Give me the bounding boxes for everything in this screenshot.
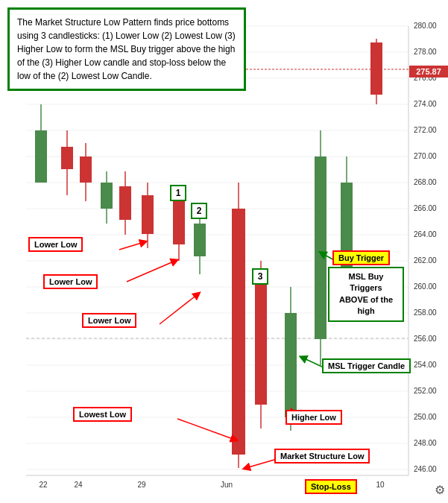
svg-text:Jun: Jun — [221, 481, 233, 489]
svg-line-74 — [119, 242, 144, 250]
svg-rect-22 — [61, 147, 73, 169]
svg-text:24: 24 — [74, 481, 83, 489]
settings-gear-icon[interactable]: ⚙ — [435, 483, 445, 497]
svg-text:270.00: 270.00 — [414, 152, 437, 160]
svg-text:252.00: 252.00 — [414, 387, 437, 395]
svg-rect-40 — [285, 313, 297, 417]
svg-text:254.00: 254.00 — [414, 361, 437, 369]
svg-rect-34 — [194, 224, 206, 256]
svg-text:278.00: 278.00 — [414, 48, 437, 56]
svg-line-76 — [160, 294, 198, 324]
msl-trigger-candle-label: MSL Trigger Candle — [322, 358, 411, 373]
svg-line-75 — [127, 261, 175, 282]
svg-text:256.00: 256.00 — [414, 335, 437, 343]
svg-text:10: 10 — [376, 481, 385, 489]
lowest-low-label: Lowest Low — [73, 407, 132, 422]
svg-rect-32 — [173, 200, 185, 244]
svg-text:280.00: 280.00 — [414, 22, 437, 30]
svg-rect-26 — [101, 183, 113, 209]
lower-low-label-2: Lower Low — [43, 274, 98, 289]
svg-rect-20 — [35, 130, 47, 183]
candle-label-3: 3 — [252, 268, 268, 285]
svg-rect-30 — [142, 195, 154, 234]
candle-label-2: 2 — [191, 203, 207, 219]
svg-rect-42 — [315, 156, 326, 339]
market-structure-low-label: Market Structure Low — [274, 449, 370, 464]
svg-text:260.00: 260.00 — [414, 282, 437, 291]
svg-text:272.00: 272.00 — [414, 126, 437, 134]
lower-low-label-1: Lower Low — [28, 237, 83, 252]
svg-line-77 — [177, 419, 235, 440]
svg-rect-36 — [232, 209, 245, 455]
svg-text:258.00: 258.00 — [414, 309, 437, 317]
candle-label-1: 1 — [170, 185, 186, 201]
svg-text:274.00: 274.00 — [414, 100, 437, 108]
svg-text:268.00: 268.00 — [414, 178, 437, 186]
higher-low-label: Higher Low — [285, 410, 342, 425]
svg-text:246.00: 246.00 — [414, 465, 437, 473]
svg-text:29: 29 — [137, 481, 146, 489]
lower-low-label-3: Lower Low — [82, 313, 136, 328]
svg-text:266.00: 266.00 — [414, 204, 437, 212]
svg-text:262.00: 262.00 — [414, 256, 437, 265]
svg-rect-24 — [80, 156, 92, 183]
stop-loss-label: Stop-Loss — [305, 479, 357, 494]
svg-text:250.00: 250.00 — [414, 413, 437, 421]
current-price-box: 275.87 — [409, 66, 448, 77]
chart-container: The Market Structure Low Pattern finds p… — [0, 0, 448, 503]
buy-trigger-label: Buy Trigger — [332, 250, 390, 265]
svg-rect-38 — [255, 274, 267, 405]
svg-rect-28 — [119, 186, 131, 220]
svg-text:264.00: 264.00 — [414, 230, 437, 238]
msl-buy-triggers-box: MSL BuyTriggersABOVE of thehigh — [328, 267, 404, 322]
info-box-text: The Market Structure Low Pattern finds p… — [17, 17, 236, 81]
svg-rect-46 — [370, 42, 382, 95]
svg-text:22: 22 — [39, 481, 48, 489]
info-box: The Market Structure Low Pattern finds p… — [7, 7, 246, 91]
svg-text:248.00: 248.00 — [414, 439, 437, 447]
